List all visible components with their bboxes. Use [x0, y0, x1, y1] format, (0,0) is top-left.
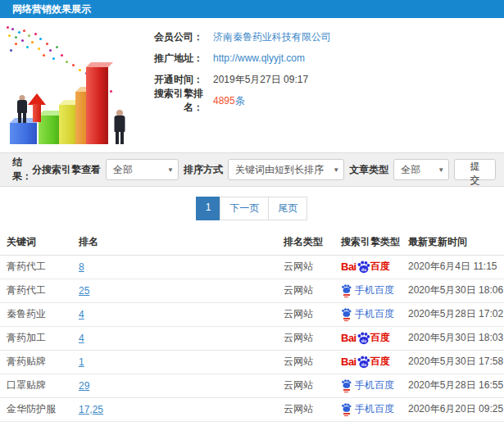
baidu-logo: Baidu百度 [341, 355, 402, 369]
open-time-value: 2019年5月27日 09:17 [213, 73, 308, 87]
next-page-button[interactable]: 下一页 [220, 197, 269, 220]
engine-cell: Baidu百度 手机百度 [334, 302, 402, 326]
baidu-paw-icon: du [356, 356, 370, 369]
mobile-baidu-label: 手机百度 [355, 402, 394, 416]
svg-text:du: du [361, 338, 366, 342]
rank-cell: 8 [72, 255, 277, 279]
last-page-button[interactable]: 尾页 [268, 197, 307, 220]
date-cell: 2020年6月4日 11:15 [402, 255, 504, 279]
header-update-time: 最新更新时间 [402, 230, 504, 255]
table-row: 口罩贴牌 29 云网站 Baidu百度 手机百度 2020年5月28日 16:5… [0, 374, 504, 397]
illustration-bar-red [86, 67, 108, 144]
keyword-cell: 膏药代工 [0, 279, 72, 302]
baidu-logo: Baidu百度 [341, 260, 402, 274]
rank-cell: 1 [72, 350, 277, 374]
rank-cell: 25 [72, 279, 277, 302]
date-cell: 2020年5月30日 18:06 [402, 279, 504, 302]
engine-cell: Baidu百度 手机百度 [334, 374, 402, 397]
table-row: 膏药贴牌 1 云网站 Baidu百度 手机百度 2020年5月30日 17:58 [0, 350, 504, 374]
chevron-down-icon: ▼ [167, 166, 174, 174]
rank-link[interactable]: 4 [79, 333, 84, 344]
keyword-cell: 福建防护服 [0, 421, 72, 426]
member-info-panel: 会员公司： 济南秦鲁药业科技有限公司 推广地址： http://www.qlyy… [141, 26, 502, 111]
ranking-count-label: 搜索引擎排名： [141, 87, 203, 115]
rank-cell: 10 [72, 421, 277, 426]
table-row: 膏药加工 4 云网站 Baidu百度 手机百度 2020年5月30日 18:03 [0, 326, 504, 350]
keyword-cell: 膏药加工 [0, 326, 72, 350]
header-keyword: 关键词 [0, 230, 72, 255]
result-label: 结果： [12, 156, 32, 184]
ranking-count-row: 搜索引擎排名： 4895条 [141, 90, 502, 111]
header-rank: 排名 [72, 230, 277, 255]
sort-filter-select[interactable]: 关键词由短到长排序 ▼ [228, 159, 344, 180]
rank-type-cell: 云网站 [277, 397, 334, 421]
keyword-cell: 膏药贴牌 [0, 350, 72, 374]
open-time-label: 开通时间： [141, 73, 203, 87]
rank-type-cell: 云网站 [277, 255, 334, 279]
pagination: 1 下一页 尾页 [0, 187, 504, 229]
rank-cell: 4 [72, 326, 277, 350]
mobile-baidu-logo: 手机百度 [341, 307, 402, 321]
rank-link[interactable]: 29 [79, 380, 89, 392]
rank-link[interactable]: 17,25 [79, 404, 103, 415]
date-cell: 2020年5月28日 16:55 [402, 374, 504, 397]
sort-filter-value: 关键词由短到长排序 [235, 163, 324, 177]
date-cell: 2020年5月30日 18:03 [402, 326, 504, 350]
engine-filter-select[interactable]: 全部 ▼ [106, 159, 179, 180]
member-company-row: 会员公司： 济南秦鲁药业科技有限公司 [141, 26, 502, 48]
ranking-count-value: 4895 [213, 95, 235, 106]
table-row: 福建防护服 10 云网站 Baidu百度 手机百度 2020年6月4日 11:1… [0, 421, 504, 426]
baidu-paw-icon: du [356, 332, 370, 345]
results-table: 关键词 排名 排名类型 搜索引擎类型 最新更新时间 膏药代工 8 云网站 Bai… [0, 230, 504, 426]
rank-type-cell: 云网站 [277, 326, 334, 350]
rank-link[interactable]: 25 [79, 285, 89, 297]
rank-link[interactable]: 1 [79, 356, 84, 368]
engine-filter-label: 分搜索引擎查看 [32, 163, 101, 177]
page-title: 网络营销效果展示 [12, 3, 91, 15]
table-row: 膏药代工 25 云网站 Baidu百度 手机百度 2020年5月30日 18:0… [0, 279, 504, 302]
rank-link[interactable]: 8 [79, 261, 84, 273]
results-table-body: 膏药代工 8 云网站 Baidu百度 手机百度 2020年6月4日 11:15 … [0, 255, 504, 426]
info-section: 会员公司： 济南秦鲁药业科技有限公司 推广地址： http://www.qlyy… [0, 18, 504, 149]
promo-url-link[interactable]: http://www.qlyyjt.com [213, 52, 305, 64]
mobile-baidu-paw-icon [341, 284, 352, 297]
table-header-row: 关键词 排名 排名类型 搜索引擎类型 最新更新时间 [0, 230, 504, 255]
confetti-decoration [7, 26, 9, 29]
sort-filter-label: 排序方式 [184, 163, 223, 177]
rank-type-cell: 云网站 [277, 421, 334, 426]
keyword-cell: 秦鲁药业 [0, 302, 72, 326]
engine-cell: Baidu百度 手机百度 [334, 350, 402, 374]
engine-cell: Baidu百度 手机百度 [334, 279, 402, 302]
member-company-label: 会员公司： [141, 30, 203, 44]
engine-cell: Baidu百度 手机百度 [334, 397, 402, 421]
businessman-figure-left [16, 95, 28, 123]
filter-bar: 结果： 分搜索引擎查看 全部 ▼ 排序方式 关键词由短到长排序 ▼ 文章类型 全… [0, 152, 504, 187]
ranking-count-unit-link[interactable]: 条 [235, 95, 245, 106]
mobile-baidu-label: 手机百度 [355, 378, 394, 392]
date-cell: 2020年5月30日 17:58 [402, 350, 504, 374]
article-type-filter-label: 文章类型 [349, 163, 388, 177]
rank-type-cell: 云网站 [277, 279, 334, 302]
date-cell: 2020年6月4日 11:10 [402, 421, 504, 426]
member-company-link[interactable]: 济南秦鲁药业科技有限公司 [213, 31, 331, 43]
red-up-arrow-icon [28, 93, 46, 123]
rank-type-cell: 云网站 [277, 302, 334, 326]
promo-url-label: 推广地址： [141, 52, 203, 66]
page-title-bar: 网络营销效果展示 [0, 0, 504, 18]
illustration-bar-blue [10, 123, 37, 144]
rank-link[interactable]: 4 [79, 309, 84, 320]
table-row: 膏药代工 8 云网站 Baidu百度 手机百度 2020年6月4日 11:15 [0, 255, 504, 279]
page-button-current[interactable]: 1 [196, 197, 221, 220]
article-type-filter-select[interactable]: 全部 ▼ [393, 159, 449, 180]
engine-cell: Baidu百度 手机百度 [334, 326, 402, 350]
rank-cell: 17,25 [72, 397, 277, 421]
table-row: 金华防护服 17,25 云网站 Baidu百度 手机百度 2020年6月20日 … [0, 397, 504, 421]
date-cell: 2020年5月28日 17:02 [402, 302, 504, 326]
submit-button[interactable]: 提交 [454, 159, 496, 180]
mobile-baidu-label: 手机百度 [355, 307, 394, 321]
baidu-logo: Baidu百度 [341, 331, 402, 345]
table-row: 秦鲁药业 4 云网站 Baidu百度 手机百度 2020年5月28日 17:02 [0, 302, 504, 326]
article-type-filter-value: 全部 [401, 163, 420, 177]
businessman-figure-right [113, 110, 126, 144]
engine-cell: Baidu百度 手机百度 [334, 255, 402, 279]
